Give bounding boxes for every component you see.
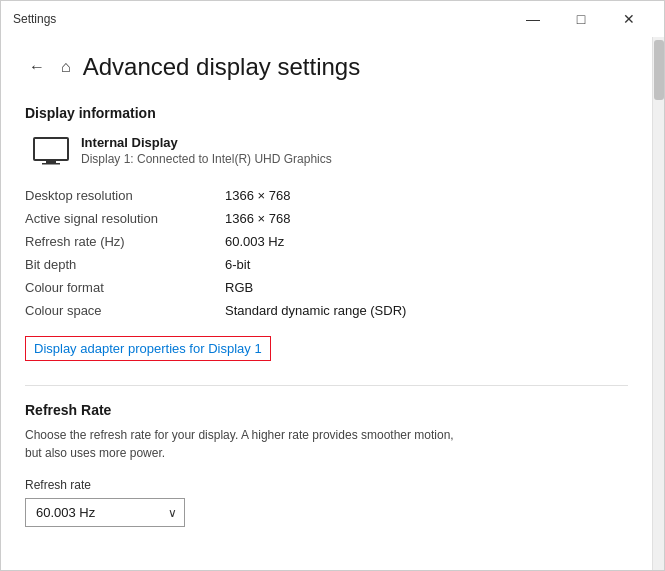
title-bar-controls: — □ ✕	[510, 3, 652, 35]
refresh-rate-section-title: Refresh Rate	[25, 402, 628, 418]
app-title: Settings	[13, 12, 56, 26]
display-info-card: Internal Display Display 1: Connected to…	[33, 135, 628, 166]
minimize-button[interactable]: —	[510, 3, 556, 35]
svg-rect-2	[42, 163, 60, 165]
monitor-icon	[33, 137, 69, 165]
display-desc: Display 1: Connected to Intel(R) UHD Gra…	[81, 152, 332, 166]
svg-rect-1	[46, 160, 56, 163]
settings-window: Settings — □ ✕ ← ⌂ Advanced display sett…	[0, 0, 665, 571]
adapter-properties-link[interactable]: Display adapter properties for Display 1	[25, 336, 271, 361]
main-content: ← ⌂ Advanced display settings Display in…	[1, 37, 652, 570]
home-icon: ⌂	[61, 58, 71, 76]
display-information-section: Display information Internal Display Dis…	[25, 105, 628, 381]
refresh-rate-field-label: Refresh rate	[25, 478, 628, 492]
property-label: Active signal resolution	[25, 207, 225, 230]
table-row: Active signal resolution1366 × 768	[25, 207, 628, 230]
content-area: ← ⌂ Advanced display settings Display in…	[1, 37, 664, 570]
property-label: Bit depth	[25, 253, 225, 276]
title-bar: Settings — □ ✕	[1, 1, 664, 37]
maximize-button[interactable]: □	[558, 3, 604, 35]
property-value: 6-bit	[225, 253, 628, 276]
refresh-rate-dropdown-wrapper: 60.003 Hz48 Hz40 Hz ∨	[25, 498, 185, 527]
property-label: Desktop resolution	[25, 184, 225, 207]
property-value: 1366 × 768	[225, 207, 628, 230]
title-bar-left: Settings	[13, 12, 56, 26]
table-row: Colour spaceStandard dynamic range (SDR)	[25, 299, 628, 322]
property-value: 60.003 Hz	[225, 230, 628, 253]
property-value: RGB	[225, 276, 628, 299]
scrollbar-track[interactable]	[652, 37, 664, 570]
display-info-text: Internal Display Display 1: Connected to…	[81, 135, 332, 166]
section-divider	[25, 385, 628, 386]
display-properties-table: Desktop resolution1366 × 768Active signa…	[25, 184, 628, 322]
back-button[interactable]: ←	[25, 54, 49, 80]
display-name: Internal Display	[81, 135, 332, 150]
table-row: Desktop resolution1366 × 768	[25, 184, 628, 207]
property-value: Standard dynamic range (SDR)	[225, 299, 628, 322]
table-row: Colour formatRGB	[25, 276, 628, 299]
page-title: Advanced display settings	[83, 53, 361, 81]
table-row: Bit depth6-bit	[25, 253, 628, 276]
property-label: Refresh rate (Hz)	[25, 230, 225, 253]
refresh-rate-section: Refresh Rate Choose the refresh rate for…	[25, 402, 628, 527]
property-value: 1366 × 768	[225, 184, 628, 207]
display-info-section-title: Display information	[25, 105, 628, 121]
property-label: Colour format	[25, 276, 225, 299]
svg-rect-0	[34, 138, 68, 160]
refresh-rate-select[interactable]: 60.003 Hz48 Hz40 Hz	[25, 498, 185, 527]
page-header: ← ⌂ Advanced display settings	[25, 53, 628, 85]
close-button[interactable]: ✕	[606, 3, 652, 35]
refresh-rate-description: Choose the refresh rate for your display…	[25, 426, 465, 462]
property-label: Colour space	[25, 299, 225, 322]
table-row: Refresh rate (Hz)60.003 Hz	[25, 230, 628, 253]
scrollbar-thumb[interactable]	[654, 40, 664, 100]
